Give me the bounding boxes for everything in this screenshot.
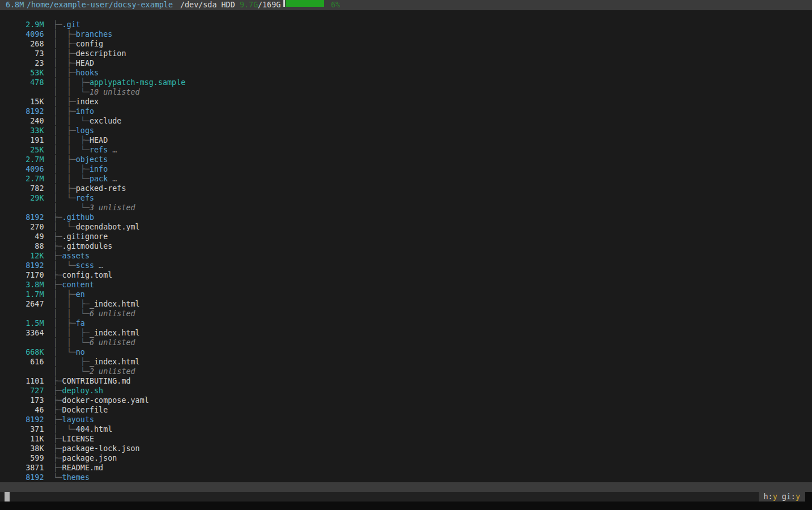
tree-row[interactable]: 1.7M│ ├─en [0,280,812,290]
tree-row[interactable]: 88├─.gitmodules [0,232,812,241]
tree-branch-lines: │ │ ├─ [53,329,90,337]
tree-branch-lines: ├─ [53,444,62,453]
row-size: 4096 [25,29,44,39]
row-name: en [76,290,85,299]
tree-row[interactable]: 268│ ├─config [0,29,812,39]
tree-branch-lines: ├─ [53,464,62,472]
row-name: layouts [62,415,94,424]
tree-branch-lines: │ │ └─ [53,117,90,125]
row-size: 25K [25,145,44,155]
tree-branch-lines: │ ├─ [53,107,75,116]
tree-row[interactable]: 4096 └─docsy [0,473,812,482]
flags: h:ygi:y [759,492,805,502]
row-name: 2 unlisted [90,367,135,376]
row-name: LICENSE [62,435,94,443]
tree-row[interactable]: 11K├─LICENSE [0,424,812,434]
tree-branch-lines: │ └─ [53,223,75,231]
current-path: /home/example-user/docsy-example [27,0,173,10]
search-input[interactable]: h:ygi:y [0,492,805,502]
tree-row[interactable]: 3364│ │ ├─_index.html [0,318,812,328]
tree-branch-lines: │ │ └─ [53,88,90,96]
row-size: 782 [25,184,44,193]
row-size: 2.7M [25,174,44,184]
tree-branch-lines: │ │ └─ [53,338,90,347]
tree-branch-lines: │ ├─ [53,69,75,77]
row-size: 49 [25,232,44,241]
row-name: refs [90,146,108,154]
row-size: 4096 [25,164,44,174]
tree-row[interactable]: 3.8M├─content [0,270,812,280]
tree-branch-lines: ├─ [53,406,62,414]
tree-branch-lines: ├─ [53,242,62,250]
row-name: scss [76,261,94,270]
tree-row[interactable]: 191│ │ ├─HEAD [0,126,812,135]
tree-row[interactable]: 173├─docker-compose.yaml [0,386,812,396]
tree-row[interactable]: 8192└─themes [0,463,812,473]
row-size: 268 [25,39,44,49]
tree-row[interactable]: 4096│ ├─branches [0,20,812,29]
tree: 2.9M├─.git 4096│ ├─branches 268│ ├─confi… [0,10,812,482]
row-size: 1.5M [25,318,44,328]
tree-row[interactable]: 3871├─README.md [0,453,812,463]
row-name: description [76,49,126,58]
disk-capacity: /169G [258,0,280,10]
tree-branch-lines: ├─ [53,396,62,405]
tree-row[interactable]: 8192│ ├─info [0,97,812,107]
tree-row[interactable]: 4096│ │ ├─info [0,155,812,164]
tree-row[interactable]: 73│ ├─description [0,39,812,49]
row-size: 191 [25,135,44,145]
row-name: info [90,165,108,173]
row-size: 371 [25,424,44,434]
tree-row[interactable]: 7170├─config.toml [0,261,812,270]
row-name: info [76,107,94,116]
tree-branch-lines: │ └─ [53,203,90,212]
tree-row[interactable]: 2.7M│ │ └─pack … [0,164,812,174]
row-name: assets [62,252,90,260]
tree-row[interactable]: 240│ │ └─exclude [0,107,812,116]
tree-row[interactable]: 782│ ├─packed-refs [0,174,812,184]
tree-row[interactable]: 2647│ │ ├─_index.html [0,290,812,299]
tree-row[interactable]: 2.7M│ ├─objects [0,145,812,155]
tree-row[interactable]: 8192├─layouts [0,405,812,415]
tree-branch-lines: ├─ [53,271,62,279]
row-size: 2647 [25,299,44,309]
row-size: 478 [25,78,44,87]
tree-row[interactable]: 25K│ │ └─refs … [0,135,812,145]
row-size: 7170 [25,270,44,280]
tree-row[interactable]: 53K│ ├─hooks [0,58,812,68]
tree-branch-lines: │ ├─ [53,40,75,48]
tree-row[interactable]: 38K├─package-lock.json [0,434,812,444]
tree-row[interactable]: 616│ ├─_index.html [0,347,812,357]
tree-branch-lines: ├─ [53,232,62,241]
row-name: exclude [90,117,121,125]
tree-row[interactable]: 270│ └─dependabot.yml [0,212,812,222]
row-size: 2.7M [25,155,44,164]
tree-branch-lines: │ └─ [53,367,90,376]
row-name: .gitignore [62,232,108,241]
tree-branch-lines: │ │ └─ [53,146,90,154]
row-name: 6 unlisted [90,309,135,318]
row-name: content [62,280,94,289]
tree-branch-lines: ├─ [53,386,62,395]
tree-row[interactable]: 2.9M├─.git [0,10,812,20]
row-truncation-ellipsis: … [108,146,117,154]
tree-row[interactable]: 8192│ └─scss … [0,251,812,261]
row-size: 1.7M [25,290,44,299]
tree-row[interactable]: 371│ └─404.html [0,415,812,424]
tree-row[interactable]: │ └─3 unlisted [0,193,812,203]
tree-row[interactable]: 478│ │ ├─applypatch-msg.sample [0,68,812,78]
row-size: 73 [25,49,44,58]
row-name: README.md [62,464,104,472]
row-name: logs [76,126,94,135]
tree-branch-lines: ├─ [53,20,62,29]
tree-row[interactable]: 12K├─assets [0,241,812,251]
status-bar: Hit esc to go back, enter to go up, ? fo… [0,482,812,492]
tree-branch-lines: │ └─ [53,425,75,434]
row-name: _index.html [90,358,140,366]
row-truncation-ellipsis: … [108,175,117,183]
row-size: 240 [25,116,44,126]
disk-usage-gauge [286,0,324,7]
tree-row[interactable]: 33K│ ├─logs [0,116,812,126]
text-cursor [5,492,10,502]
tree-branch-lines: │ │ ├─ [53,78,90,87]
